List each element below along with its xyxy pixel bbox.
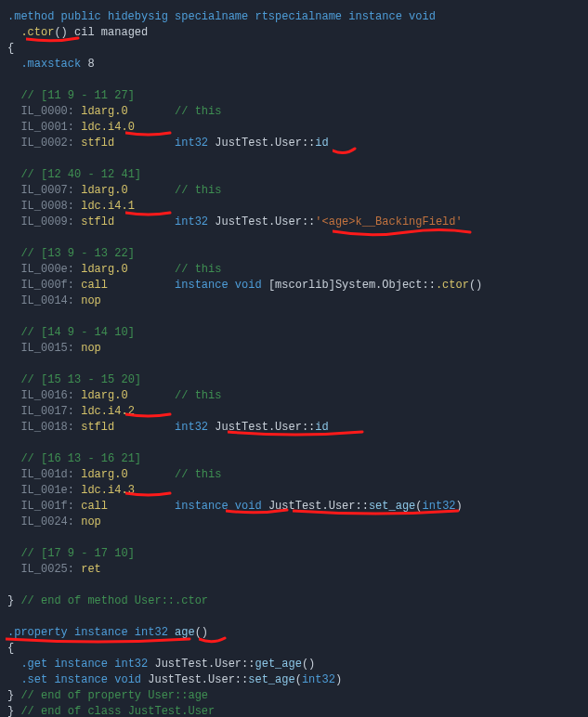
il-op: nop: [81, 515, 101, 528]
il-label: IL_0025:: [20, 563, 74, 576]
prop-set-ns: JustTest.User::: [148, 673, 248, 686]
il-comment: // this: [175, 184, 221, 197]
il-call-id: set_age: [369, 500, 415, 513]
il-kw: instance void: [175, 500, 262, 513]
block2-comment: // [12 40 - 12 41]: [20, 168, 141, 181]
end-property-comment: // end of property User::age: [20, 689, 208, 702]
il-op: ret: [81, 563, 101, 576]
il-field-id: id: [315, 137, 328, 150]
maxstack-val: 8: [87, 58, 94, 71]
property-name: age: [175, 626, 195, 639]
il-type: int32: [175, 421, 208, 434]
il-label: IL_0000:: [20, 105, 74, 118]
block6-comment: // [16 13 - 16 21]: [20, 452, 141, 465]
il-label: IL_0008:: [20, 200, 74, 213]
end-class-comment: // end of class JustTest.User: [20, 705, 215, 717]
il-op: ldarg.0: [81, 184, 127, 197]
prop-get-kw: .get instance: [20, 658, 108, 671]
method-signature-line1: .method public hidebysig specialname rts…: [7, 10, 436, 23]
il-op: ldc.i4.2: [81, 405, 135, 418]
property-sig: .property instance: [7, 626, 128, 639]
block3-comment: // [13 9 - 13 22]: [20, 247, 134, 260]
il-label: IL_0016:: [20, 389, 74, 402]
il-op: ldc.i4.0: [81, 121, 135, 134]
prop-get-parens: (): [302, 658, 315, 671]
il-label: IL_0018:: [20, 421, 74, 434]
maxstack-kw: .maxstack: [20, 58, 81, 71]
prop-set-kw: .set instance void: [20, 673, 141, 686]
il-call-id: .ctor: [436, 279, 469, 292]
il-op: stfld: [81, 421, 114, 434]
il-parens: (): [469, 279, 482, 292]
block1-comment: // [11 9 - 11 27]: [20, 89, 134, 102]
il-type: int32: [175, 215, 208, 228]
il-label: IL_001d:: [20, 468, 74, 481]
il-op: ldarg.0: [81, 263, 127, 276]
il-label: IL_0024:: [20, 515, 74, 528]
il-ns: JustTest.User::: [215, 215, 315, 228]
il-label: IL_0007:: [20, 184, 74, 197]
il-ns: JustTest.User::: [215, 137, 315, 150]
il-op: stfld: [81, 137, 114, 150]
block4-comment: // [14 9 - 14 10]: [20, 326, 134, 339]
il-op: ldc.i4.3: [81, 484, 135, 497]
il-op: nop: [81, 342, 101, 355]
il-op: call: [81, 500, 108, 513]
ctor-keyword: .ctor: [20, 26, 54, 39]
il-label: IL_000f:: [20, 279, 74, 292]
il-op: ldarg.0: [81, 468, 127, 481]
property-parens: (): [195, 626, 208, 639]
block7-comment: // [17 9 - 17 10]: [20, 547, 134, 560]
il-op: stfld: [81, 215, 114, 228]
annotation-id-underline-1: [333, 147, 357, 158]
il-paren-open: (: [415, 500, 422, 513]
il-kw: instance void: [175, 279, 262, 292]
il-arg-type: int32: [423, 500, 456, 513]
block5-comment: // [15 13 - 15 20]: [20, 373, 141, 386]
il-ns: JustTest.User::: [268, 500, 369, 513]
il-comment: // this: [175, 389, 221, 402]
il-label: IL_001f:: [20, 500, 74, 513]
il-comment: // this: [175, 263, 221, 276]
il-label: IL_0014:: [20, 294, 74, 307]
il-field-id: id: [315, 421, 328, 434]
prop-set-paren-open: (: [295, 673, 302, 686]
il-ns: [mscorlib]System.Object::: [268, 279, 436, 292]
il-code-block: .method public hidebysig specialname rts…: [0, 0, 588, 717]
il-label: IL_0017:: [20, 405, 74, 418]
prop-set-arg: int32: [302, 673, 335, 686]
prop-get-id: get_age: [255, 658, 301, 671]
prop-set-id: set_age: [248, 673, 294, 686]
prop-get-ns: JustTest.User::: [154, 658, 255, 671]
prop-get-type: int32: [114, 658, 148, 671]
end-method-comment: // end of method User::.ctor: [20, 594, 208, 607]
il-op: ldc.i4.1: [81, 200, 135, 213]
il-ns: JustTest.User::: [215, 421, 315, 434]
il-op: ldarg.0: [81, 105, 127, 118]
il-label: IL_000e:: [20, 263, 74, 276]
il-label: IL_001e:: [20, 484, 74, 497]
il-label: IL_0015:: [20, 342, 74, 355]
ctor-parens-managed: () cil managed: [54, 26, 148, 39]
il-type: int32: [175, 137, 208, 150]
il-op: nop: [81, 294, 101, 307]
il-label: IL_0002:: [20, 137, 74, 150]
il-backingfield: '<age>k__BackingField': [315, 215, 462, 228]
il-op: ldarg.0: [81, 389, 127, 402]
il-label: IL_0009:: [20, 215, 74, 228]
il-paren-close: ): [456, 500, 463, 513]
il-comment: // this: [175, 468, 221, 481]
property-type: int32: [135, 626, 168, 639]
il-op: call: [81, 279, 108, 292]
prop-set-paren-close: ): [335, 673, 342, 686]
annotation-backingfield-underline: [333, 227, 472, 240]
il-comment: // this: [175, 105, 221, 118]
il-label: IL_0001:: [20, 121, 74, 134]
